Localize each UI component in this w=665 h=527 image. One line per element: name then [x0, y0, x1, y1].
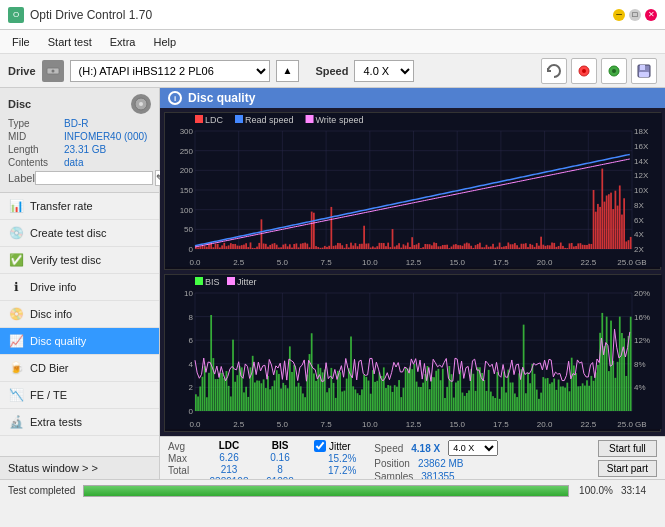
- toolbar-icons: [541, 58, 657, 84]
- jitter-checkbox-row: Jitter: [314, 440, 356, 452]
- status-window-button[interactable]: Status window > >: [0, 456, 159, 479]
- status-window-label: Status window > >: [8, 462, 98, 474]
- disc-panel-icon: [131, 94, 151, 114]
- start-full-button[interactable]: Start full: [598, 440, 657, 457]
- stats-ldc-header: LDC: [219, 440, 240, 451]
- start-buttons: Start full Start part: [598, 440, 657, 477]
- progress-bar-fill: [84, 486, 568, 496]
- sidebar-item-cd-bier[interactable]: 🍺 CD Bier: [0, 355, 159, 382]
- stats-bis-avg: 0.16: [270, 452, 289, 463]
- sidebar-item-transfer-rate[interactable]: 📊 Transfer rate: [0, 193, 159, 220]
- sidebar-item-fe-te[interactable]: 📉 FE / TE: [0, 382, 159, 409]
- app-title: Opti Drive Control 1.70: [30, 8, 152, 22]
- title-bar: O Opti Drive Control 1.70 ─ □ ✕: [0, 0, 665, 30]
- maximize-button[interactable]: □: [629, 9, 641, 21]
- disc-length-label: Length: [8, 144, 64, 155]
- disc-length-row: Length 23.31 GB: [8, 144, 151, 155]
- svg-point-1: [51, 69, 54, 72]
- menu-extra[interactable]: Extra: [102, 34, 144, 50]
- disc-panel-title: Disc: [8, 98, 31, 110]
- menu-help[interactable]: Help: [145, 34, 184, 50]
- jitter-label: Jitter: [329, 441, 351, 452]
- speed-info-row: Speed 4.18 X 4.0 X: [374, 440, 498, 456]
- chart-header-title: Disc quality: [188, 91, 255, 105]
- stats-ldc-total: 2389108: [210, 476, 249, 479]
- speed-select-stat[interactable]: 4.0 X: [448, 440, 498, 456]
- start-part-button[interactable]: Start part: [598, 460, 657, 477]
- status-text: Test completed: [8, 485, 75, 496]
- close-button[interactable]: ✕: [645, 9, 657, 21]
- position-value: 23862 MB: [418, 458, 464, 469]
- cd-bier-icon: 🍺: [8, 360, 24, 376]
- disc-quality-icon: 📈: [8, 333, 24, 349]
- disc-mid-row: MID INFOMER40 (000): [8, 131, 151, 142]
- sidebar-item-create-test-disc[interactable]: 💿 Create test disc: [0, 220, 159, 247]
- jitter-checkbox[interactable]: [314, 440, 326, 452]
- stats-jitter-avg: 15.2%: [314, 453, 356, 464]
- charts-container: [160, 108, 665, 436]
- stats-avg-label: Avg: [168, 441, 198, 452]
- eject-button[interactable]: ▲: [276, 60, 300, 82]
- stats-bis-total: 61398: [266, 476, 294, 479]
- verify-test-disc-icon: ✅: [8, 252, 24, 268]
- samples-row: Samples 381355: [374, 471, 498, 479]
- sidebar-item-disc-info[interactable]: 📀 Disc info: [0, 301, 159, 328]
- menu-start-test[interactable]: Start test: [40, 34, 100, 50]
- progress-text: 100.0%: [577, 485, 613, 496]
- chart-header: i Disc quality: [160, 88, 665, 108]
- time-text: 33:14: [621, 485, 657, 496]
- sidebar-item-label-extra-tests: Extra tests: [30, 416, 82, 428]
- progress-bar: [83, 485, 569, 497]
- disc-type-label: Type: [8, 118, 64, 129]
- sidebar-item-label-disc-quality: Disc quality: [30, 335, 86, 347]
- sidebar-item-verify-test-disc[interactable]: ✅ Verify test disc: [0, 247, 159, 274]
- sidebar-nav: 📊 Transfer rate 💿 Create test disc ✅ Ver…: [0, 193, 159, 456]
- toolbar-btn-3[interactable]: [601, 58, 627, 84]
- disc-contents-row: Contents data: [8, 157, 151, 168]
- sidebar-item-drive-info[interactable]: ℹ Drive info: [0, 274, 159, 301]
- disc-label-row: Label ✎: [8, 170, 151, 186]
- chart-header-icon: i: [168, 91, 182, 105]
- minimize-button[interactable]: ─: [613, 9, 625, 21]
- drive-label: Drive: [8, 65, 36, 77]
- disc-panel: Disc Type BD-R MID INFOMER40 (000) Lengt…: [0, 88, 159, 193]
- disc-info-icon: 📀: [8, 306, 24, 322]
- drive-toolbar: Drive (H:) ATAPI iHBS112 2 PL06 ▲ Speed …: [0, 54, 665, 88]
- sidebar-item-label-disc-info: Disc info: [30, 308, 72, 320]
- bottom-chart-canvas: [165, 275, 662, 429]
- chart-area: i Disc quality Avg Max Total LDC 6.26: [160, 88, 665, 479]
- drive-icon: [42, 60, 64, 82]
- sidebar-item-disc-quality[interactable]: 📈 Disc quality: [0, 328, 159, 355]
- top-chart: [164, 112, 661, 270]
- app-icon: O: [8, 7, 24, 23]
- fe-te-icon: 📉: [8, 387, 24, 403]
- stats-jitter-max: 17.2%: [314, 465, 356, 476]
- speed-label: Speed: [315, 65, 348, 77]
- speed-select[interactable]: 4.0 X 1.0 X 2.0 X 8.0 X: [354, 60, 414, 82]
- position-label: Position: [374, 458, 410, 469]
- svg-point-10: [139, 102, 143, 106]
- main-content: Disc Type BD-R MID INFOMER40 (000) Lengt…: [0, 88, 665, 479]
- extra-tests-icon: 🔬: [8, 414, 24, 430]
- menu-file[interactable]: File: [4, 34, 38, 50]
- position-row: Position 23862 MB: [374, 458, 498, 469]
- stats-row: Avg Max Total LDC 6.26 213 2389108 BIS 0…: [160, 436, 665, 479]
- disc-mid-label: MID: [8, 131, 64, 142]
- window-controls: ─ □ ✕: [613, 9, 657, 21]
- sidebar-item-label-cd-bier: CD Bier: [30, 362, 69, 374]
- toolbar-btn-save[interactable]: [631, 58, 657, 84]
- speed-label-stat: Speed: [374, 443, 403, 454]
- toolbar-btn-1[interactable]: [541, 58, 567, 84]
- sidebar-item-extra-tests[interactable]: 🔬 Extra tests: [0, 409, 159, 436]
- transfer-rate-icon: 📊: [8, 198, 24, 214]
- svg-point-3: [582, 69, 586, 73]
- disc-label-label: Label: [8, 172, 35, 184]
- stats-max-label: Max: [168, 453, 198, 464]
- drive-select[interactable]: (H:) ATAPI iHBS112 2 PL06: [70, 60, 270, 82]
- sidebar-item-label-verify-test-disc: Verify test disc: [30, 254, 101, 266]
- toolbar-btn-2[interactable]: [571, 58, 597, 84]
- samples-value: 381355: [421, 471, 454, 479]
- stats-bis-max: 8: [277, 464, 283, 475]
- disc-label-input[interactable]: [35, 171, 153, 185]
- sidebar-item-label-transfer-rate: Transfer rate: [30, 200, 93, 212]
